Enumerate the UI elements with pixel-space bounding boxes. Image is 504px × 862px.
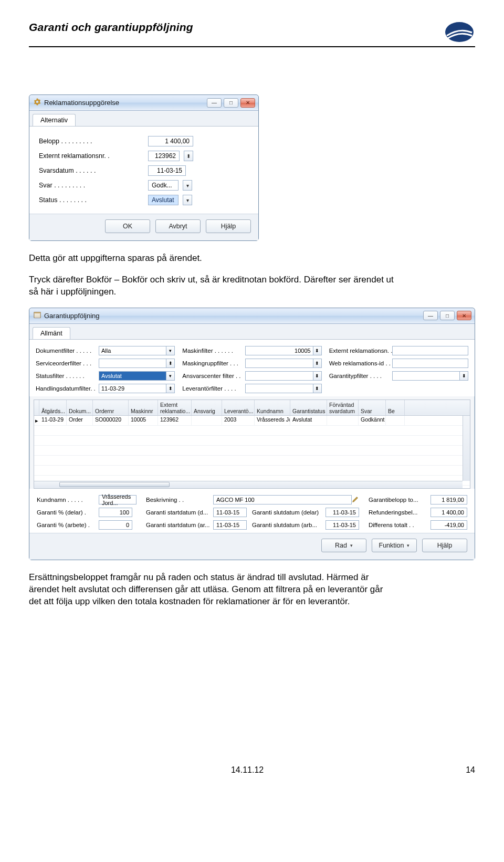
detail-field[interactable]: 1 819,00 (430, 495, 467, 504)
filter-field[interactable]: Avslutat (99, 371, 166, 381)
footer-date: 14.11.12 (231, 765, 264, 775)
vertical-scrollbar[interactable] (463, 416, 470, 481)
column-header[interactable]: Leverantö... (222, 400, 255, 415)
grid-cell[interactable]: 10005 (129, 416, 158, 425)
column-header[interactable]: Garantistatus (290, 400, 327, 415)
column-header[interactable]: Svar (359, 400, 386, 415)
detail-field[interactable]: 0 (99, 520, 132, 530)
filter-label: Maskinfilter . . . . . . (182, 348, 245, 354)
detail-field[interactable]: AGCO MF 100 (213, 495, 352, 504)
filter-label: Dokumentfilter . . . . . (36, 348, 99, 354)
filter-field[interactable] (392, 359, 468, 368)
detail-field[interactable]: 1 400,00 (430, 508, 467, 517)
window-title: Garantiuppföljning (44, 312, 100, 320)
grid-cell[interactable]: Vråssereds Jordbru... (255, 416, 290, 425)
stepper-icon[interactable]: ⬍ (166, 359, 175, 368)
column-header[interactable]: Åtgärds... (39, 400, 67, 415)
tab-alternativ[interactable]: Alternativ (33, 114, 76, 126)
maximize-button[interactable]: □ (440, 311, 455, 320)
svg-rect-2 (34, 312, 40, 314)
detail-field[interactable]: Vråssereds Jord... (99, 495, 136, 504)
paragraph: Ersättningsbeloppet framgår nu på raden … (29, 572, 396, 608)
field-svardatum[interactable]: 11-03-15 (148, 165, 186, 176)
filter-label: Statusfilter . . . . . . (36, 373, 99, 379)
column-header[interactable]: Maskinnr (129, 400, 158, 415)
table-icon (34, 311, 41, 320)
stepper-icon[interactable]: ⬍ (166, 384, 175, 393)
page-title: Garanti och garantiuppföljning (29, 21, 193, 34)
filter-label: Externt reklamationsn. . (329, 348, 392, 354)
cancel-button[interactable]: Avbryt (155, 219, 201, 233)
stepper-icon[interactable]: ⬍ (313, 359, 322, 368)
tab-allmant[interactable]: Allmänt (33, 327, 70, 339)
field-extnr[interactable]: 123962 (148, 151, 180, 161)
field-belopp[interactable]: 1 400,00 (148, 136, 193, 146)
chevron-down-icon[interactable]: ▾ (183, 180, 192, 191)
close-button[interactable]: ✕ (457, 311, 471, 320)
ok-button[interactable]: OK (105, 219, 150, 233)
detail-field[interactable]: -419,00 (430, 520, 467, 530)
maximize-button[interactable]: □ (224, 98, 238, 108)
detail-field[interactable]: 11-03-15 (326, 520, 359, 530)
stepper-icon[interactable]: ⬍ (460, 371, 468, 381)
detail-field[interactable]: 11-03-15 (213, 520, 247, 530)
horizontal-scrollbar[interactable] (34, 481, 463, 488)
filter-field[interactable]: Alla (99, 346, 166, 355)
minimize-button[interactable]: — (207, 98, 222, 108)
filter-field[interactable] (245, 384, 313, 393)
label-svar: Svar . . . . . . . . . (39, 182, 144, 189)
column-header[interactable]: Externt reklamatio... (158, 400, 192, 415)
column-header[interactable]: Förväntad svardatum (327, 400, 359, 415)
filter-label: Serviceorderfilter . . . (36, 360, 99, 366)
gear-icon (34, 98, 41, 107)
label-extnr: Externt reklamationsnr. . (39, 152, 144, 160)
window-garantiuppfoljning: Garantiuppföljning — □ ✕ Allmänt Dokumen… (29, 308, 475, 560)
chevron-down-icon[interactable]: ▾ (166, 371, 175, 381)
grid-cell[interactable] (386, 416, 405, 425)
grid-cell[interactable] (327, 416, 359, 425)
column-header[interactable]: Ordernr (93, 400, 129, 415)
field-status[interactable]: Avslutat (148, 195, 178, 205)
detail-field[interactable]: 100 (99, 508, 132, 517)
filter-field[interactable] (392, 346, 468, 355)
grid-cell[interactable]: 11-03-29 (39, 416, 67, 425)
window-reklamationsuppgorelse: Reklamationsuppgörelse — □ ✕ Alternativ … (29, 94, 259, 241)
filter-field[interactable]: 10005 (245, 346, 313, 355)
column-header[interactable]: Ansvarig (192, 400, 222, 415)
brand-logo (444, 21, 475, 43)
grid-cell[interactable]: Avslutat (290, 416, 327, 425)
column-header[interactable]: Dokum... (67, 400, 93, 415)
field-svar[interactable]: Godk... (148, 180, 178, 191)
funktion-button[interactable]: Funktion (372, 539, 417, 552)
filter-field[interactable] (245, 359, 313, 368)
grid-cell[interactable]: 123962 (158, 416, 192, 425)
grid-cell[interactable]: Godkännt (359, 416, 386, 425)
data-grid[interactable]: Åtgärds...Dokum...OrdernrMaskinnrExternt… (34, 400, 470, 489)
grid-cell[interactable]: SO000020 (93, 416, 129, 425)
close-button[interactable]: ✕ (240, 98, 255, 108)
help-button[interactable]: Hjälp (206, 219, 251, 233)
stepper-icon[interactable]: ⬍ (313, 371, 322, 381)
chevron-down-icon[interactable]: ▾ (183, 195, 192, 205)
stepper-icon[interactable]: ⬍ (313, 346, 322, 355)
filter-field[interactable] (99, 359, 166, 368)
minimize-button[interactable]: — (423, 311, 438, 320)
detail-field[interactable]: 11-03-15 (213, 508, 247, 517)
filter-field[interactable]: 11-03-29 (99, 384, 166, 393)
stepper-icon[interactable]: ⬍ (313, 384, 322, 393)
filter-field[interactable] (392, 371, 460, 381)
titlebar: Reklamationsuppgörelse — □ ✕ (29, 95, 258, 111)
chevron-down-icon[interactable]: ▾ (166, 346, 175, 355)
grid-cell[interactable]: 2003 (222, 416, 255, 425)
stepper-icon[interactable]: ⬍ (184, 151, 193, 161)
column-header[interactable]: Kundnamn (255, 400, 290, 415)
grid-cell[interactable] (192, 416, 222, 425)
filter-label: Maskingruppfilter . . . (182, 360, 245, 366)
column-header[interactable]: Be (386, 400, 405, 415)
detail-field[interactable]: 11-03-15 (326, 508, 359, 517)
rad-button[interactable]: Rad (321, 539, 366, 552)
help-button[interactable]: Hjälp (422, 539, 467, 552)
grid-cell[interactable]: Order (67, 416, 93, 425)
pencil-icon[interactable] (352, 496, 359, 504)
filter-field[interactable] (245, 371, 313, 381)
